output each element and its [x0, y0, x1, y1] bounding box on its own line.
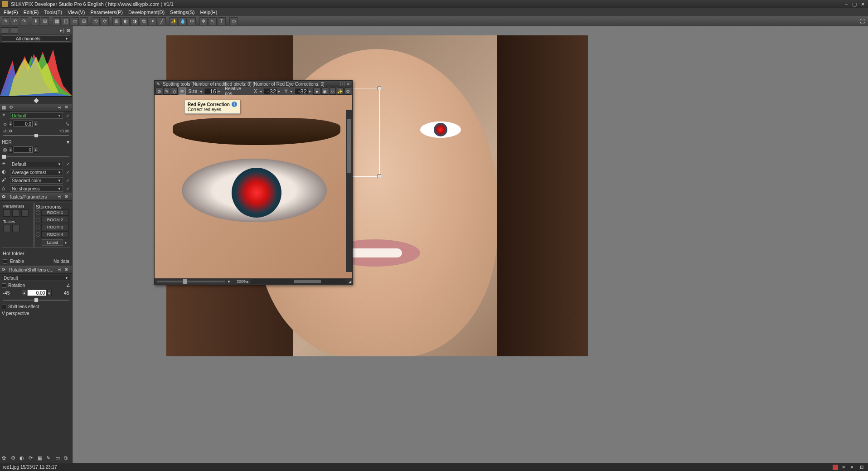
exposure-increase-button[interactable]: ▸	[34, 121, 38, 127]
handle-se[interactable]	[378, 175, 381, 178]
spotting-hscroll-thumb[interactable]	[294, 280, 321, 283]
menu-settings[interactable]: Settings(S)	[167, 10, 197, 15]
tool-rotate-left-icon[interactable]: ⟲	[92, 17, 100, 25]
tool-batch-icon[interactable]: ⊞	[41, 17, 49, 25]
room-1-radio[interactable]	[36, 210, 40, 215]
room-4-button[interactable]: ROOM 4	[41, 231, 69, 238]
size-input[interactable]	[204, 88, 218, 94]
exposure-tab-icon[interactable]: ▦	[2, 105, 7, 110]
panel-collapse-icon[interactable]: ▸|	[59, 28, 65, 33]
status-extra-icon[interactable]: ⊡	[860, 465, 865, 470]
room-2-button[interactable]: ROOM 2	[41, 217, 69, 223]
tool-preview-icon[interactable]: ▭	[71, 17, 79, 25]
exposure-decrease-button[interactable]: ◂	[8, 121, 13, 127]
hdr-decrease-button[interactable]: ◂	[8, 146, 13, 153]
tastes-collapse-icon[interactable]: ▸|	[58, 194, 64, 199]
hotfolder-enable-checkbox[interactable]	[3, 259, 7, 264]
spot-shape-soft-icon[interactable]: ◉	[321, 87, 328, 95]
hdr-slider-thumb[interactable]	[2, 155, 6, 159]
tool-shadow-icon[interactable]: ◑	[131, 17, 139, 25]
menu-tools[interactable]: Tools(T)	[41, 10, 65, 15]
status-flag-icon[interactable]: ✕	[842, 465, 847, 470]
spotting-preview[interactable]	[155, 95, 352, 278]
hdr-slider[interactable]	[3, 156, 69, 157]
bt-icon-6[interactable]: ✎	[46, 455, 53, 462]
hdr-value-input[interactable]	[14, 146, 33, 153]
spot-tool-clone-icon[interactable]: ⊘	[155, 87, 162, 95]
menu-development[interactable]: Development(D)	[126, 10, 167, 15]
param-icon-1[interactable]	[3, 209, 10, 217]
shiftlens-checkbox[interactable]	[2, 305, 6, 309]
exposure-slider-thumb[interactable]	[34, 134, 38, 137]
rotation-value-input[interactable]	[27, 290, 46, 296]
exposure-preset-dropdown[interactable]: Default▼	[10, 112, 63, 119]
tab-histogram-icon[interactable]	[1, 27, 9, 34]
menu-file[interactable]: File(F)	[1, 10, 21, 15]
bt-icon-1[interactable]: ✿	[2, 455, 8, 462]
rotation-collapse-icon[interactable]: ▸|	[58, 267, 64, 272]
tab-navigator-icon[interactable]	[10, 27, 18, 34]
spot-auto-icon[interactable]: ✨	[337, 87, 344, 95]
size-increase-button[interactable]: ▸	[218, 89, 222, 93]
close-button[interactable]: ✕	[859, 1, 866, 7]
y-decrease-button[interactable]: ◂	[290, 89, 294, 93]
histogram-handle-icon[interactable]	[34, 98, 39, 103]
room-2-radio[interactable]	[36, 218, 40, 222]
menu-edit[interactable]: Edit(E)	[21, 10, 42, 15]
tool-finetune-icon[interactable]: ⚙	[188, 17, 196, 25]
y-input[interactable]	[295, 88, 308, 94]
spot-settings-icon[interactable]: ⚙	[344, 87, 351, 95]
sharp-preset-dropdown[interactable]: No sharpness▼	[10, 185, 63, 192]
room-3-radio[interactable]	[36, 225, 40, 229]
tool-grid-icon[interactable]: ⊞	[112, 17, 121, 25]
rotation-close-icon[interactable]: ⊠	[65, 267, 70, 272]
menu-help[interactable]: Help(H)	[198, 10, 220, 15]
bt-icon-5[interactable]: ▦	[38, 455, 44, 462]
latest-button[interactable]: Latest	[42, 239, 63, 246]
wb-preset-dropdown[interactable]: Default▼	[10, 161, 63, 167]
spotting-resize-grip-icon[interactable]: ◢	[349, 280, 351, 284]
color-expand-icon[interactable]: ⤢	[65, 178, 70, 183]
latest-nav-icon[interactable]: ▸	[65, 240, 67, 245]
tastes-close-icon[interactable]: ⊠	[65, 194, 70, 199]
channels-dropdown[interactable]: All channels ▼	[2, 35, 70, 42]
tool-line-icon[interactable]: ╱	[158, 17, 166, 25]
tool-brush-icon[interactable]: ✎	[2, 17, 10, 25]
tone-preset-dropdown[interactable]: Average contrast▼	[10, 169, 63, 175]
color-preset-dropdown[interactable]: Standard color▼	[10, 177, 63, 184]
spotting-vscroll[interactable]	[346, 110, 352, 272]
x-increase-button[interactable]: ▸	[278, 89, 282, 93]
x-input[interactable]	[264, 88, 277, 94]
spot-tool-redeye-icon[interactable]: 👁	[179, 87, 185, 95]
tool-rotate-right-icon[interactable]: ⟳	[101, 17, 109, 25]
bt-icon-8[interactable]: ⧉	[64, 455, 70, 462]
rotation-angle-icon[interactable]: ∠	[66, 283, 70, 288]
tool-text-icon[interactable]: T	[218, 17, 226, 25]
tool-arrow-icon[interactable]: ↖	[209, 17, 217, 25]
minimize-button[interactable]: –	[843, 1, 850, 7]
tool-eyedrop-icon[interactable]: 💧	[179, 17, 187, 25]
y-increase-button[interactable]: ▸	[309, 89, 313, 93]
tool-save-icon[interactable]: ⬇	[32, 17, 40, 25]
exposure-expand-icon[interactable]: ⤢	[65, 113, 70, 118]
wb-expand-icon[interactable]: ⤢	[65, 161, 70, 167]
spotting-minimize-button[interactable]: ▫	[340, 82, 345, 86]
spotting-vscroll-thumb[interactable]	[347, 119, 351, 173]
param-icon-2[interactable]	[12, 209, 19, 217]
rotation-decrease-button[interactable]: ◂	[22, 290, 26, 296]
spot-shape-hard-icon[interactable]: ○	[329, 87, 336, 95]
x-decrease-button[interactable]: ◂	[260, 89, 263, 93]
room-4-radio[interactable]	[36, 232, 40, 237]
exposure-slider[interactable]	[3, 135, 69, 136]
param-icon-3[interactable]	[21, 209, 29, 217]
exposure-link-icon[interactable]: ⚙	[9, 105, 15, 110]
tool-spot-icon[interactable]: ✦	[149, 17, 157, 25]
rotation-preset-dropdown[interactable]: Default▼	[2, 275, 70, 281]
histogram-slider[interactable]	[0, 97, 72, 104]
rotation-slider-thumb[interactable]	[34, 298, 38, 302]
taste-icon-2[interactable]	[12, 225, 19, 232]
tool-thumbview-icon[interactable]: ▦	[53, 17, 61, 25]
spot-shape-circle-icon[interactable]: ●	[313, 87, 320, 95]
spot-tool-brush-icon[interactable]: ✎	[163, 87, 170, 95]
tone-expand-icon[interactable]: ⤢	[65, 170, 70, 175]
